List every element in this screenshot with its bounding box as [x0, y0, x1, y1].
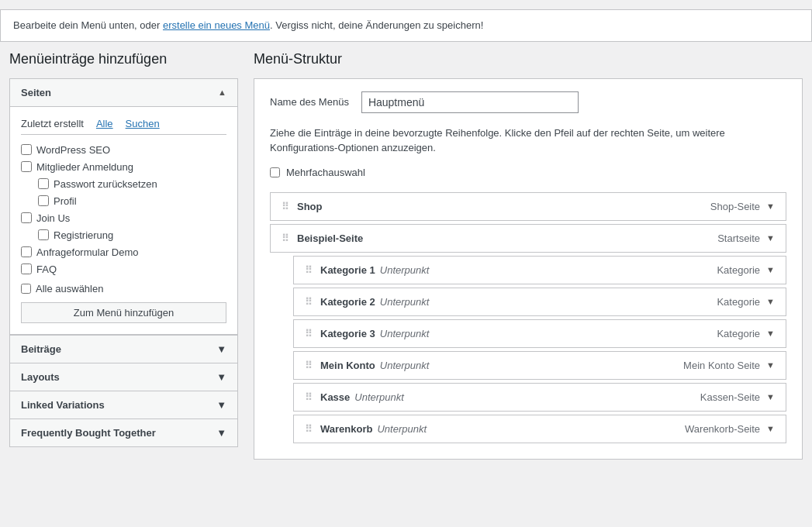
list-item: Passwort zurücksetzen: [21, 178, 226, 190]
select-all-label: Alle auswählen: [36, 283, 103, 294]
seiten-section: Seiten ▲ Zuletzt erstellt Alle Suchen Wo…: [9, 78, 238, 336]
menu-item-type: Startseite: [717, 232, 760, 244]
frequently-bought-together-header[interactable]: Frequently Bought Together ▼: [10, 419, 237, 446]
list-item: Mitglieder Anmeldung: [21, 161, 226, 173]
menu-item-label: Mein Konto: [320, 360, 375, 371]
checkbox-profil[interactable]: [38, 195, 49, 206]
menu-item-chevron-down-icon[interactable]: ▼: [766, 360, 775, 370]
item-label: Mitglieder Anmeldung: [36, 161, 133, 173]
menu-item-chevron-down-icon[interactable]: ▼: [766, 329, 775, 338]
menu-item-type: Mein Konto Seite: [683, 360, 760, 371]
list-item: Registrierung: [21, 229, 226, 241]
menu-item-beispiel-seite[interactable]: ⠿ Beispiel-Seite Startseite ▼: [270, 224, 786, 253]
seiten-chevron-up-icon: ▲: [218, 88, 226, 97]
checkbox-wp-seo[interactable]: [21, 144, 32, 155]
beitraege-label: Beiträge: [21, 343, 61, 355]
checkbox-registrierung[interactable]: [38, 229, 49, 240]
menu-item-chevron-down-icon[interactable]: ▼: [766, 233, 775, 243]
list-item: Anfrageformular Demo: [21, 246, 226, 258]
frequently-bought-together-label: Frequently Bought Together: [21, 427, 156, 439]
menu-item-shop[interactable]: ⠿ Shop Shop-Seite ▼: [270, 192, 786, 221]
menu-item-type: Kategorie: [717, 328, 760, 339]
notice-bar: Bearbeite dein Menü unten, oder erstelle…: [0, 9, 812, 42]
menu-item-sub-label: Unterpunkt: [380, 328, 430, 339]
drag-handle-icon: ⠿: [305, 264, 313, 276]
menu-item-chevron-down-icon[interactable]: ▼: [766, 202, 775, 211]
drag-handle-icon: ⠿: [282, 201, 289, 212]
seiten-header[interactable]: Seiten ▲: [10, 79, 237, 107]
checkbox-mitglieder[interactable]: [21, 161, 32, 172]
menu-structure-box: Name des Menüs Ziehe die Einträge in dei…: [254, 78, 803, 460]
tab-alle[interactable]: Alle: [90, 115, 119, 134]
menu-item-kategorie-2[interactable]: ⠿ Kategorie 2 Unterpunkt Kategorie ▼: [293, 288, 786, 316]
right-panel-title: Menü-Struktur: [254, 51, 803, 67]
linked-variations-chevron-down-icon: ▼: [216, 399, 226, 411]
seiten-checkbox-list: WordPress SEO Mitglieder Anmeldung Passw…: [21, 144, 226, 275]
linked-variations-header[interactable]: Linked Variations ▼: [10, 391, 237, 418]
mehrfach-label: Mehrfachauswahl: [286, 167, 365, 178]
menu-items-list: ⠿ Shop Shop-Seite ▼ ⠿ Beispiel-Seite: [270, 192, 786, 443]
menu-item-chevron-down-icon[interactable]: ▼: [766, 265, 775, 274]
item-label: Passwort zurücksetzen: [54, 178, 157, 190]
seiten-tabs: Zuletzt erstellt Alle Suchen: [21, 115, 226, 135]
frequently-bought-together-section: Frequently Bought Together ▼: [9, 419, 238, 447]
menu-item-kategorie-3[interactable]: ⠿ Kategorie 3 Unterpunkt Kategorie ▼: [293, 319, 786, 348]
menu-item-sub-label: Unterpunkt: [380, 296, 430, 308]
beitraege-section: Beiträge ▼: [9, 336, 238, 363]
menu-item-label: Kategorie 2: [320, 296, 375, 308]
layouts-header[interactable]: Layouts ▼: [10, 363, 237, 391]
menu-item-chevron-down-icon[interactable]: ▼: [766, 392, 775, 401]
notice-text-before: Bearbeite dein Menü unten, oder: [13, 19, 163, 31]
mehrfach-checkbox[interactable]: [270, 167, 280, 177]
left-panel: Menüeinträge hinzufügen Seiten ▲ Zuletzt…: [9, 51, 238, 460]
checkbox-passwort[interactable]: [38, 178, 49, 189]
menu-item-mein-konto[interactable]: ⠿ Mein Konto Unterpunkt Mein Konto Seite…: [293, 351, 786, 380]
mehrfach-row: Mehrfachauswahl: [270, 167, 786, 178]
menu-name-row: Name des Menüs: [270, 91, 786, 113]
checkbox-join-us[interactable]: [21, 212, 32, 223]
drag-handle-icon: ⠿: [305, 423, 313, 435]
drag-handle-icon: ⠿: [305, 360, 313, 371]
drag-handle-icon: ⠿: [305, 328, 313, 339]
list-item: Join Us: [21, 212, 226, 224]
menu-item-sub-label: Unterpunkt: [380, 360, 430, 371]
menu-item-type: Warenkorb-Seite: [685, 423, 760, 435]
menu-item-label: Kasse: [320, 391, 350, 403]
tab-zuletzt[interactable]: Zuletzt erstellt: [21, 115, 90, 134]
checkbox-select-all[interactable]: [21, 284, 31, 294]
seiten-label: Seiten: [21, 87, 51, 98]
menu-item-sub-label: Unterpunkt: [377, 423, 427, 435]
left-panel-title: Menüeinträge hinzufügen: [9, 51, 238, 67]
menu-item-type: Kassen-Seite: [700, 391, 760, 403]
menu-name-input[interactable]: [361, 91, 579, 113]
menu-item-label: Beispiel-Seite: [297, 232, 363, 244]
add-to-menu-button[interactable]: Zum Menü hinzufügen: [21, 302, 226, 323]
list-item: Profil: [21, 195, 226, 207]
beitraege-chevron-down-icon: ▼: [216, 343, 226, 355]
menu-item-type: Kategorie: [717, 264, 760, 276]
drag-handle-icon: ⠿: [305, 391, 313, 403]
item-label: Registrierung: [54, 229, 113, 241]
menu-item-label: Kategorie 1: [320, 264, 375, 276]
menu-item-label: Kategorie 3: [320, 328, 375, 339]
layouts-chevron-down-icon: ▼: [216, 371, 226, 383]
menu-item-sub-label: Unterpunkt: [380, 264, 430, 276]
layouts-label: Layouts: [21, 371, 60, 383]
seiten-body: Zuletzt erstellt Alle Suchen WordPress S…: [10, 107, 237, 335]
menu-item-warenkorb[interactable]: ⠿ Warenkorb Unterpunkt Warenkorb-Seite ▼: [293, 415, 786, 443]
menu-item-kasse[interactable]: ⠿ Kasse Unterpunkt Kassen-Seite ▼: [293, 383, 786, 412]
beitraege-header[interactable]: Beiträge ▼: [10, 336, 237, 363]
frequently-bought-together-chevron-down-icon: ▼: [216, 427, 226, 439]
menu-item-chevron-down-icon[interactable]: ▼: [766, 424, 775, 433]
menu-item-type: Shop-Seite: [710, 201, 760, 212]
tab-suchen[interactable]: Suchen: [119, 115, 166, 134]
checkbox-faq[interactable]: [21, 264, 32, 274]
notice-link[interactable]: erstelle ein neues Menü: [163, 19, 270, 31]
checkbox-anfrageformular[interactable]: [21, 246, 32, 257]
menu-item-kategorie-1[interactable]: ⠿ Kategorie 1 Unterpunkt Kategorie ▼: [293, 256, 786, 284]
instruction-text: Ziehe die Einträge in deine bevorzugte R…: [270, 126, 786, 156]
right-panel: Menü-Struktur Name des Menüs Ziehe die E…: [254, 51, 803, 460]
menu-item-chevron-down-icon[interactable]: ▼: [766, 297, 775, 306]
notice-text-after: . Vergiss nicht, deine Änderungen zu spe…: [270, 19, 483, 31]
item-label: Anfrageformular Demo: [36, 246, 139, 258]
